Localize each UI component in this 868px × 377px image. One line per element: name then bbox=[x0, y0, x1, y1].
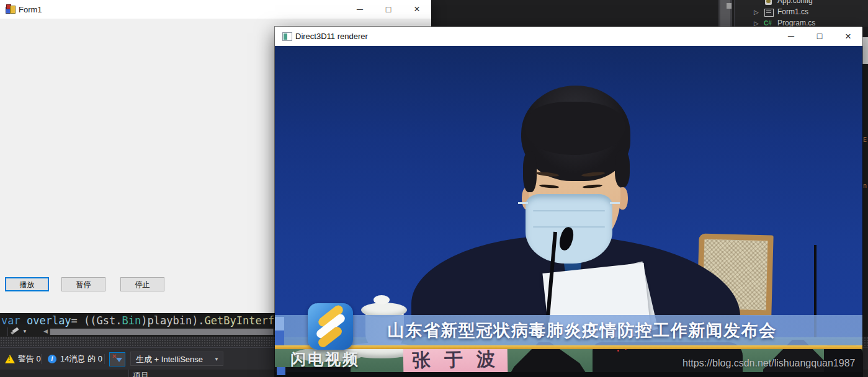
vs-scrollbar-marker bbox=[727, 3, 732, 9]
scroll-left-icon[interactable]: ◀ bbox=[43, 328, 48, 334]
play-button[interactable]: 播放 bbox=[5, 277, 49, 291]
chevron-right-icon[interactable]: ▷ bbox=[754, 7, 759, 17]
maximize-button[interactable]: □ bbox=[374, 0, 403, 19]
code-line[interactable]: var overlay= ((Gst.Bin)playbin).GetByInt… bbox=[1, 314, 280, 327]
speaker-sideburn bbox=[615, 150, 630, 187]
caret-down-icon: ▼ bbox=[214, 352, 219, 366]
csharp-file-icon: C# bbox=[764, 19, 772, 27]
solution-item-label: Form1.cs bbox=[777, 7, 808, 17]
solution-item-form1cs[interactable]: ▷ Form1.cs bbox=[735, 7, 868, 17]
info-icon: i bbox=[48, 355, 56, 363]
warnings-toggle[interactable]: 警告 0 bbox=[18, 348, 41, 370]
form-designer-file-icon bbox=[764, 9, 774, 17]
form1-titlebar[interactable]: Form1 ─ □ × bbox=[0, 0, 431, 19]
tea-cup-knob bbox=[374, 295, 390, 304]
close-button[interactable]: × bbox=[834, 27, 862, 46]
banner-left-tab bbox=[275, 330, 284, 345]
column-divider bbox=[128, 370, 129, 377]
speaker-sideburn bbox=[523, 151, 537, 192]
filter-button[interactable]: ✕ bbox=[109, 352, 125, 366]
config-file-icon bbox=[765, 0, 772, 5]
vs-vertical-scrollbar[interactable] bbox=[718, 0, 732, 27]
banner-title: 山东省新型冠状病毒肺炎疫情防控工作新闻发布会 bbox=[374, 319, 790, 342]
banner-left-tab bbox=[275, 317, 284, 330]
build-intellisense-dropdown[interactable]: 生成 + IntelliSense ▼ bbox=[130, 352, 223, 366]
code-fragment: E bbox=[863, 136, 867, 143]
column-header-project[interactable]: 项目 bbox=[133, 370, 149, 377]
close-button[interactable]: × bbox=[403, 0, 431, 19]
vs-minimap-thumb[interactable] bbox=[862, 37, 868, 64]
pause-button[interactable]: 暂停 bbox=[61, 277, 105, 291]
foreground-equipment bbox=[275, 372, 862, 377]
messages-toggle[interactable]: 14消息 的 0 bbox=[60, 348, 102, 370]
foreground-detail bbox=[277, 367, 285, 375]
direct3d11-title: Direct3D11 renderer bbox=[295, 32, 368, 41]
screenshot-root: App.config ▷ Form1.cs ▷ C# Program.cs E … bbox=[0, 0, 868, 377]
video-frame: 张于波 山东省新型冠状病毒肺炎疫情防控工作新闻发布会 闪电视频 bbox=[275, 46, 862, 377]
funnel-icon bbox=[116, 358, 122, 362]
chevron-right-icon[interactable]: ▷ bbox=[754, 18, 759, 27]
stop-button[interactable]: 停止 bbox=[120, 277, 164, 291]
csdn-watermark: https://blog.csdn.net/lishuangquan1987 bbox=[682, 358, 868, 369]
solution-item-label: App.config bbox=[777, 0, 813, 6]
mask-strap bbox=[518, 202, 528, 204]
caret-down-icon[interactable]: ▼ bbox=[22, 329, 27, 334]
solution-explorer: App.config ▷ Form1.cs ▷ C# Program.cs bbox=[735, 0, 868, 27]
solution-item-label: Program.cs bbox=[777, 18, 815, 27]
format-brush-icon[interactable] bbox=[11, 327, 21, 335]
direct3d11-window: Direct3D11 renderer ─ □ × bbox=[275, 27, 862, 377]
horizontal-scrollbar-thumb[interactable] bbox=[50, 329, 273, 335]
mask-strap bbox=[610, 202, 620, 204]
divider bbox=[41, 354, 42, 364]
build-intellisense-label: 生成 + IntelliSense bbox=[136, 355, 203, 364]
divider bbox=[7, 327, 8, 336]
vs-panel-divider bbox=[734, 0, 735, 27]
winforms-app-icon bbox=[6, 4, 16, 14]
form1-title: Form1 bbox=[19, 5, 42, 14]
name-card-text: 张于波 bbox=[412, 347, 508, 374]
code-fragment: n bbox=[863, 182, 867, 189]
warning-icon-mark: ! bbox=[8, 355, 10, 362]
solution-item-programcs[interactable]: ▷ C# Program.cs bbox=[735, 18, 868, 27]
solution-item-appconfig[interactable]: App.config bbox=[735, 0, 868, 6]
shandian-tv-logo bbox=[308, 303, 353, 350]
renderer-app-icon bbox=[282, 32, 292, 41]
maximize-button[interactable]: □ bbox=[805, 27, 834, 46]
horizontal-scrollbar[interactable] bbox=[50, 329, 275, 335]
divider bbox=[104, 354, 105, 364]
minimize-button[interactable]: ─ bbox=[777, 27, 805, 46]
minimize-button[interactable]: ─ bbox=[346, 0, 374, 19]
name-card: 张于波 bbox=[403, 345, 508, 376]
logo-label: 闪电视频 bbox=[290, 349, 360, 370]
direct3d11-titlebar[interactable]: Direct3D11 renderer ─ □ × bbox=[275, 27, 862, 46]
banner-gold-line bbox=[275, 345, 862, 349]
